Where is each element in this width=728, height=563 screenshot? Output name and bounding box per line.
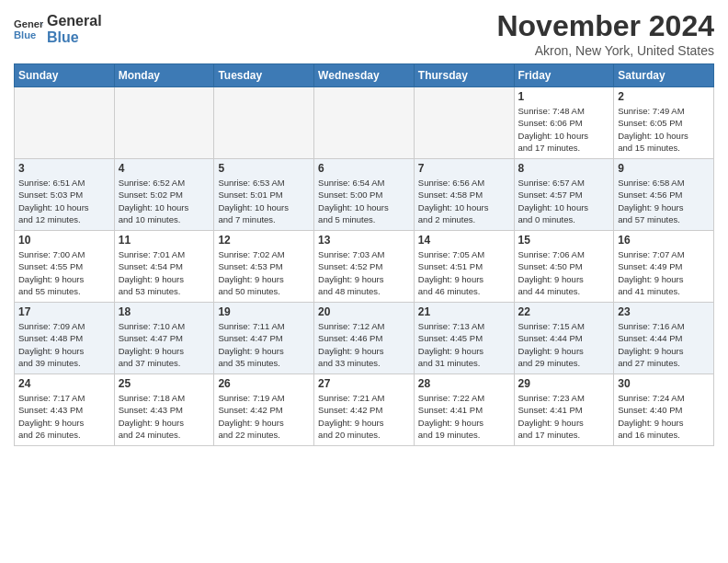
week-row-5: 24Sunrise: 7:17 AM Sunset: 4:43 PM Dayli…: [15, 374, 714, 446]
day-number: 16: [618, 234, 710, 247]
day-number: 4: [119, 162, 210, 175]
calendar-header: SundayMondayTuesdayWednesdayThursdayFrid…: [15, 64, 714, 87]
calendar-cell: 16Sunrise: 7:07 AM Sunset: 4:49 PM Dayli…: [614, 231, 714, 303]
calendar-cell: 17Sunrise: 7:09 AM Sunset: 4:48 PM Dayli…: [15, 303, 115, 374]
calendar-cell: 29Sunrise: 7:23 AM Sunset: 4:41 PM Dayli…: [514, 374, 614, 446]
day-header-saturday: Saturday: [614, 64, 714, 87]
day-info: Sunrise: 6:51 AM Sunset: 5:03 PM Dayligh…: [18, 177, 110, 225]
day-info: Sunrise: 6:54 AM Sunset: 5:00 PM Dayligh…: [318, 177, 410, 225]
day-number: 22: [518, 305, 610, 318]
calendar-cell: 8Sunrise: 6:57 AM Sunset: 4:57 PM Daylig…: [514, 159, 614, 231]
day-number: 28: [418, 377, 510, 390]
day-info: Sunrise: 7:07 AM Sunset: 4:49 PM Dayligh…: [618, 248, 710, 297]
day-header-monday: Monday: [114, 64, 214, 87]
calendar-cell: 20Sunrise: 7:12 AM Sunset: 4:46 PM Dayli…: [314, 303, 415, 374]
calendar-cell: 21Sunrise: 7:13 AM Sunset: 4:45 PM Dayli…: [414, 303, 514, 374]
day-info: Sunrise: 6:56 AM Sunset: 4:58 PM Dayligh…: [418, 177, 510, 225]
day-info: Sunrise: 7:16 AM Sunset: 4:44 PM Dayligh…: [618, 320, 710, 369]
calendar-cell: 30Sunrise: 7:24 AM Sunset: 4:40 PM Dayli…: [614, 374, 714, 446]
logo-icon: General Blue: [14, 15, 43, 44]
calendar-cell: [314, 87, 415, 159]
day-number: 9: [618, 162, 710, 175]
calendar-cell: 24Sunrise: 7:17 AM Sunset: 4:43 PM Dayli…: [15, 374, 115, 446]
day-header-thursday: Thursday: [414, 64, 514, 87]
day-info: Sunrise: 6:53 AM Sunset: 5:01 PM Dayligh…: [218, 177, 310, 225]
day-info: Sunrise: 7:18 AM Sunset: 4:43 PM Dayligh…: [119, 392, 210, 441]
day-info: Sunrise: 7:17 AM Sunset: 4:43 PM Dayligh…: [18, 392, 110, 441]
day-info: Sunrise: 7:13 AM Sunset: 4:45 PM Dayligh…: [418, 320, 510, 369]
calendar-cell: 26Sunrise: 7:19 AM Sunset: 4:42 PM Dayli…: [214, 374, 314, 446]
day-info: Sunrise: 7:10 AM Sunset: 4:47 PM Dayligh…: [119, 320, 210, 369]
day-info: Sunrise: 7:01 AM Sunset: 4:54 PM Dayligh…: [119, 248, 210, 297]
day-number: 25: [119, 377, 210, 390]
page-container: General Blue General Blue November 2024 …: [0, 0, 728, 455]
day-number: 27: [318, 377, 410, 390]
week-row-3: 10Sunrise: 7:00 AM Sunset: 4:55 PM Dayli…: [15, 231, 714, 303]
day-info: Sunrise: 7:06 AM Sunset: 4:50 PM Dayligh…: [518, 248, 610, 297]
day-info: Sunrise: 7:23 AM Sunset: 4:41 PM Dayligh…: [518, 392, 610, 441]
header-row: General Blue General Blue November 2024 …: [14, 9, 714, 58]
week-row-2: 3Sunrise: 6:51 AM Sunset: 5:03 PM Daylig…: [15, 159, 714, 231]
calendar-cell: 22Sunrise: 7:15 AM Sunset: 4:44 PM Dayli…: [514, 303, 614, 374]
day-number: 29: [518, 377, 610, 390]
week-row-1: 1Sunrise: 7:48 AM Sunset: 6:06 PM Daylig…: [15, 87, 714, 159]
day-number: 18: [119, 305, 210, 318]
day-info: Sunrise: 7:15 AM Sunset: 4:44 PM Dayligh…: [518, 320, 610, 369]
day-number: 19: [218, 305, 310, 318]
logo: General Blue General Blue: [14, 13, 102, 45]
day-number: 30: [618, 377, 710, 390]
calendar-cell: [15, 87, 115, 159]
day-number: 11: [119, 234, 210, 247]
calendar-cell: 15Sunrise: 7:06 AM Sunset: 4:50 PM Dayli…: [514, 231, 614, 303]
day-number: 21: [418, 305, 510, 318]
calendar-cell: 25Sunrise: 7:18 AM Sunset: 4:43 PM Dayli…: [114, 374, 214, 446]
day-number: 8: [518, 162, 610, 175]
day-info: Sunrise: 7:09 AM Sunset: 4:48 PM Dayligh…: [18, 320, 110, 369]
day-info: Sunrise: 7:24 AM Sunset: 4:40 PM Dayligh…: [618, 392, 710, 441]
calendar-cell: 12Sunrise: 7:02 AM Sunset: 4:53 PM Dayli…: [214, 231, 314, 303]
calendar-cell: 4Sunrise: 6:52 AM Sunset: 5:02 PM Daylig…: [114, 159, 214, 231]
calendar-cell: 18Sunrise: 7:10 AM Sunset: 4:47 PM Dayli…: [114, 303, 214, 374]
logo-line2: Blue: [47, 29, 102, 46]
week-row-4: 17Sunrise: 7:09 AM Sunset: 4:48 PM Dayli…: [15, 303, 714, 374]
day-number: 2: [618, 90, 710, 103]
svg-text:Blue: Blue: [14, 29, 36, 40]
day-info: Sunrise: 7:00 AM Sunset: 4:55 PM Dayligh…: [18, 248, 110, 297]
calendar-cell: 5Sunrise: 6:53 AM Sunset: 5:01 PM Daylig…: [214, 159, 314, 231]
calendar-cell: [214, 87, 314, 159]
day-number: 6: [318, 162, 410, 175]
day-info: Sunrise: 6:57 AM Sunset: 4:57 PM Dayligh…: [518, 177, 610, 225]
day-info: Sunrise: 7:11 AM Sunset: 4:47 PM Dayligh…: [218, 320, 310, 369]
day-info: Sunrise: 7:22 AM Sunset: 4:41 PM Dayligh…: [418, 392, 510, 441]
day-number: 24: [18, 377, 110, 390]
calendar-cell: 2Sunrise: 7:49 AM Sunset: 6:05 PM Daylig…: [614, 87, 714, 159]
day-header-tuesday: Tuesday: [214, 64, 314, 87]
calendar-cell: 7Sunrise: 6:56 AM Sunset: 4:58 PM Daylig…: [414, 159, 514, 231]
day-number: 20: [318, 305, 410, 318]
day-number: 1: [518, 90, 610, 103]
day-number: 23: [618, 305, 710, 318]
calendar-cell: 23Sunrise: 7:16 AM Sunset: 4:44 PM Dayli…: [614, 303, 714, 374]
day-info: Sunrise: 7:02 AM Sunset: 4:53 PM Dayligh…: [218, 248, 310, 297]
calendar-cell: 13Sunrise: 7:03 AM Sunset: 4:52 PM Dayli…: [314, 231, 415, 303]
calendar-cell: 19Sunrise: 7:11 AM Sunset: 4:47 PM Dayli…: [214, 303, 314, 374]
svg-text:General: General: [14, 18, 43, 29]
day-info: Sunrise: 7:21 AM Sunset: 4:42 PM Dayligh…: [318, 392, 410, 441]
day-number: 13: [318, 234, 410, 247]
header-row-days: SundayMondayTuesdayWednesdayThursdayFrid…: [15, 64, 714, 87]
calendar-cell: 6Sunrise: 6:54 AM Sunset: 5:00 PM Daylig…: [314, 159, 415, 231]
day-header-wednesday: Wednesday: [314, 64, 415, 87]
calendar-cell: [414, 87, 514, 159]
day-info: Sunrise: 7:03 AM Sunset: 4:52 PM Dayligh…: [318, 248, 410, 297]
calendar-cell: 9Sunrise: 6:58 AM Sunset: 4:56 PM Daylig…: [614, 159, 714, 231]
day-header-friday: Friday: [514, 64, 614, 87]
day-number: 12: [218, 234, 310, 247]
calendar-cell: 14Sunrise: 7:05 AM Sunset: 4:51 PM Dayli…: [414, 231, 514, 303]
day-info: Sunrise: 6:52 AM Sunset: 5:02 PM Dayligh…: [119, 177, 210, 225]
calendar-cell: 28Sunrise: 7:22 AM Sunset: 4:41 PM Dayli…: [414, 374, 514, 446]
day-number: 15: [518, 234, 610, 247]
day-info: Sunrise: 7:19 AM Sunset: 4:42 PM Dayligh…: [218, 392, 310, 441]
calendar-cell: 10Sunrise: 7:00 AM Sunset: 4:55 PM Dayli…: [15, 231, 115, 303]
title-block: November 2024 Akron, New York, United St…: [496, 9, 714, 58]
day-number: 10: [18, 234, 110, 247]
